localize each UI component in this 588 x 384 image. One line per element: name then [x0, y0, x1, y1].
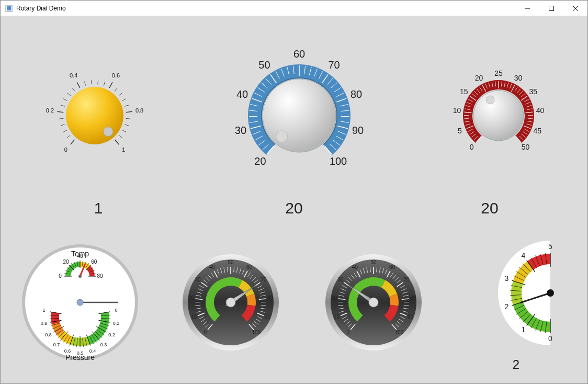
- svg-line-31: [115, 140, 119, 144]
- svg-point-154: [473, 91, 524, 141]
- svg-point-292: [226, 298, 235, 307]
- svg-line-10: [60, 118, 64, 119]
- svg-text:0: 0: [64, 146, 67, 153]
- svg-line-9: [61, 125, 65, 126]
- svg-text:50: 50: [258, 59, 270, 71]
- svg-text:70: 70: [261, 277, 267, 283]
- svg-text:0.6: 0.6: [112, 72, 120, 78]
- svg-line-7: [67, 135, 70, 138]
- svg-line-23: [119, 93, 122, 96]
- svg-line-25: [125, 105, 129, 106]
- svg-text:90: 90: [264, 314, 270, 320]
- dual-gauge[interactable]: Temp02040608000.10.20.30.40.50.60.70.80.…: [20, 242, 140, 363]
- svg-point-39: [104, 127, 113, 137]
- svg-text:Pressure: Pressure: [65, 353, 94, 362]
- svg-line-14: [67, 93, 71, 96]
- svg-point-358: [369, 298, 378, 307]
- svg-text:30: 30: [195, 277, 201, 283]
- svg-line-18: [92, 80, 92, 84]
- svg-text:45: 45: [533, 127, 541, 135]
- svg-text:20: 20: [331, 295, 337, 301]
- svg-rect-1: [7, 6, 11, 10]
- svg-text:30: 30: [337, 277, 344, 283]
- speedometer-2[interactable]: 0102030405060708090100: [321, 250, 426, 355]
- svg-line-22: [115, 88, 117, 91]
- svg-line-16: [77, 82, 81, 88]
- wedge-value: 2: [513, 357, 519, 372]
- svg-line-29: [123, 130, 127, 132]
- dial-1[interactable]: 00.20.40.60.81: [37, 58, 152, 173]
- svg-text:25: 25: [494, 69, 503, 77]
- svg-text:60: 60: [246, 264, 253, 270]
- svg-text:80: 80: [350, 88, 362, 100]
- svg-point-392: [547, 289, 554, 297]
- minimize-button[interactable]: [515, 1, 539, 16]
- dial-1-value: 1: [2, 199, 195, 217]
- dial-3[interactable]: 05101520253035404550: [446, 63, 551, 168]
- svg-text:80: 80: [97, 273, 103, 279]
- svg-text:1: 1: [521, 325, 525, 334]
- svg-line-20: [104, 82, 105, 86]
- svg-text:1: 1: [122, 146, 126, 153]
- svg-text:90: 90: [352, 125, 364, 136]
- svg-text:5: 5: [458, 127, 462, 135]
- svg-line-24: [122, 99, 126, 101]
- maximize-button[interactable]: [539, 1, 563, 16]
- content-area: 00.20.40.60.81 2030405060708090100 05101…: [1, 16, 587, 383]
- svg-point-226: [77, 299, 83, 306]
- svg-text:60: 60: [293, 48, 305, 60]
- svg-text:20: 20: [474, 74, 483, 82]
- svg-text:40: 40: [236, 88, 248, 100]
- svg-line-6: [71, 140, 75, 144]
- dial-2[interactable]: 2030405060708090100: [226, 42, 372, 189]
- svg-text:100: 100: [252, 330, 261, 335]
- svg-text:30: 30: [235, 125, 246, 136]
- svg-text:10: 10: [453, 106, 461, 115]
- svg-line-13: [64, 99, 67, 101]
- svg-line-8: [63, 130, 67, 132]
- svg-text:0: 0: [115, 308, 117, 313]
- dial-3-value: 20: [393, 199, 586, 217]
- svg-text:80: 80: [410, 295, 416, 301]
- svg-text:80: 80: [267, 295, 274, 301]
- svg-text:40: 40: [352, 264, 358, 270]
- svg-text:0: 0: [548, 334, 552, 343]
- svg-text:4: 4: [521, 251, 525, 259]
- svg-text:0: 0: [469, 143, 473, 151]
- svg-line-15: [72, 88, 75, 91]
- svg-text:0.9: 0.9: [40, 321, 47, 326]
- svg-point-38: [66, 87, 123, 144]
- window-title: Rotary Dial Demo: [16, 5, 66, 12]
- svg-text:10: 10: [190, 314, 197, 320]
- svg-point-90: [263, 79, 336, 152]
- svg-text:5: 5: [548, 242, 552, 251]
- svg-text:30: 30: [514, 74, 522, 82]
- dial-2-value: 20: [197, 199, 391, 217]
- close-button[interactable]: [563, 1, 587, 16]
- svg-text:3: 3: [504, 274, 508, 283]
- svg-text:20: 20: [188, 295, 194, 301]
- app-window: Rotary Dial Demo 00.20.40.60.81 20304050…: [0, 0, 588, 384]
- svg-text:0.8: 0.8: [135, 107, 143, 114]
- svg-text:50: 50: [370, 259, 377, 265]
- svg-text:0.2: 0.2: [46, 107, 54, 114]
- svg-line-17: [85, 82, 86, 86]
- svg-text:50: 50: [521, 143, 529, 151]
- svg-text:10: 10: [333, 314, 340, 320]
- svg-line-26: [126, 111, 132, 112]
- svg-text:90: 90: [407, 314, 413, 320]
- svg-line-12: [61, 105, 65, 106]
- svg-point-91: [276, 131, 288, 142]
- wedge-gauge[interactable]: 012345 2: [464, 233, 569, 372]
- svg-line-27: [126, 118, 130, 119]
- svg-text:0.2: 0.2: [108, 332, 115, 337]
- svg-text:40: 40: [209, 264, 215, 270]
- window-controls: [515, 1, 587, 16]
- svg-text:0.4: 0.4: [70, 72, 77, 78]
- svg-text:0.3: 0.3: [100, 342, 107, 347]
- svg-text:50: 50: [228, 259, 234, 265]
- speedometer-1[interactable]: 0102030405060708090100: [178, 250, 283, 355]
- svg-text:20: 20: [63, 259, 69, 265]
- svg-line-19: [98, 80, 98, 84]
- svg-text:35: 35: [529, 87, 537, 96]
